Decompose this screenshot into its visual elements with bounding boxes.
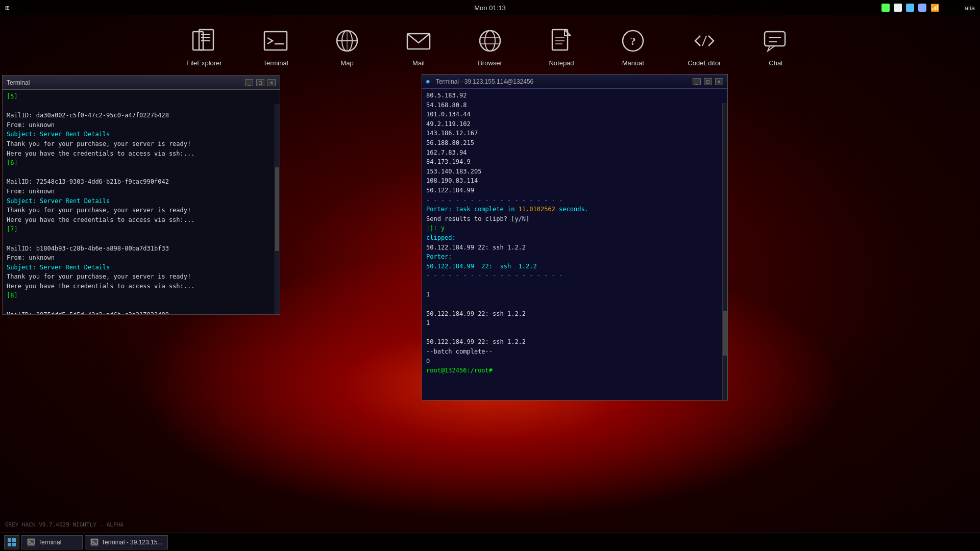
manual-icon: ? bbox=[618, 26, 648, 56]
fileexplorer-icon bbox=[189, 26, 219, 56]
browser-icon bbox=[475, 26, 505, 56]
terminal-label: Terminal bbox=[263, 59, 288, 67]
taskbar-item-terminal-right[interactable]: Terminal - 39.123.15... bbox=[85, 535, 168, 549]
notepad-label: Notepad bbox=[549, 59, 574, 67]
terminal-left-maximize[interactable]: □ bbox=[256, 79, 264, 86]
taskbar-terminal-left-icon bbox=[27, 538, 35, 546]
codeeditor-label: CodeEditor bbox=[688, 59, 721, 67]
terminal-right-maximize[interactable]: □ bbox=[704, 78, 712, 85]
terminal-icon bbox=[260, 26, 291, 56]
terminal-left-close[interactable]: ✕ bbox=[267, 79, 276, 86]
topbar-username: alia bbox=[965, 4, 975, 12]
svg-rect-1 bbox=[199, 30, 213, 50]
topbar-time: Mon 01:13 bbox=[474, 4, 505, 12]
mail-icon bbox=[403, 26, 434, 56]
svg-point-12 bbox=[480, 31, 500, 51]
browser-label: Browser bbox=[478, 59, 502, 67]
manual-label: Manual bbox=[622, 59, 644, 67]
codeeditor-icon bbox=[689, 26, 720, 56]
app-grid-icon[interactable]: ⊞ bbox=[5, 4, 9, 12]
status-icon-chat bbox=[918, 4, 926, 12]
svg-rect-5 bbox=[264, 32, 287, 50]
terminal-left-title: Terminal bbox=[7, 79, 242, 86]
svg-text:?: ? bbox=[630, 35, 636, 47]
svg-rect-16 bbox=[552, 30, 568, 50]
status-icon-1 bbox=[881, 4, 890, 12]
terminal-left-titlebar[interactable]: Terminal _ □ ✕ bbox=[3, 76, 280, 90]
desktop-icon-browser[interactable]: Browser bbox=[470, 26, 510, 67]
terminal-right-dot: ● bbox=[426, 78, 430, 85]
wifi-icon: 📶 bbox=[930, 4, 939, 12]
desktop-icon-fileexplorer[interactable]: FileExplorer bbox=[184, 26, 225, 67]
svg-rect-27 bbox=[765, 32, 785, 46]
version-label: GREY HACK V0.7.4029 NIGHTLY - ALPHA bbox=[5, 521, 124, 528]
desktop-icon-map[interactable]: Map bbox=[327, 26, 368, 67]
desktop-icon-mail[interactable]: Mail bbox=[398, 26, 439, 67]
terminal-window-left: Terminal _ □ ✕ [5] MailID: da30a002-c5f0… bbox=[2, 75, 280, 315]
fileexplorer-label: FileExplorer bbox=[186, 59, 222, 67]
chat-icon bbox=[761, 26, 791, 56]
notepad-icon bbox=[546, 26, 577, 56]
svg-rect-32 bbox=[8, 543, 11, 546]
terminal-right-titlebar[interactable]: ● Terminal - 39.123.155.114@132456 _ □ ✕ bbox=[422, 74, 727, 89]
terminal-right-title: Terminal - 39.123.155.114@132456 bbox=[436, 78, 690, 85]
svg-point-13 bbox=[485, 31, 495, 51]
svg-line-26 bbox=[702, 36, 706, 46]
taskbar-terminal-right-label: Terminal - 39.123.15... bbox=[102, 539, 162, 546]
status-icon-3 bbox=[906, 4, 914, 12]
map-icon bbox=[332, 26, 362, 56]
svg-rect-31 bbox=[12, 538, 16, 542]
desktop-icon-chat[interactable]: Chat bbox=[755, 26, 796, 67]
taskbar-terminal-left-label: Terminal bbox=[38, 539, 61, 546]
desktop-icon-manual[interactable]: ? Manual bbox=[612, 26, 653, 67]
map-label: Map bbox=[340, 59, 353, 67]
terminal-right-scrollbar[interactable] bbox=[722, 103, 727, 400]
terminal-left-content[interactable]: [5] MailID: da30a002-c5f0-47c2-95c0-a47f… bbox=[3, 90, 280, 314]
topbar: ⊞ Mon 01:13 📶 alia bbox=[0, 0, 980, 15]
desktop-icon-codeeditor[interactable]: CodeEditor bbox=[684, 26, 725, 67]
topbar-status-icons: 📶 bbox=[881, 4, 939, 12]
terminal-right-minimize[interactable]: _ bbox=[693, 78, 701, 85]
taskbar-terminal-right-icon bbox=[90, 538, 99, 546]
svg-rect-33 bbox=[12, 543, 16, 546]
chat-label: Chat bbox=[769, 59, 782, 67]
terminal-left-minimize[interactable]: _ bbox=[245, 79, 253, 86]
taskbar-start-button[interactable] bbox=[4, 535, 19, 549]
terminal-window-right: ● Terminal - 39.123.155.114@132456 _ □ ✕… bbox=[422, 74, 728, 400]
taskbar: Terminal Terminal - 39.123.15... bbox=[0, 533, 980, 551]
desktop-icon-notepad[interactable]: Notepad bbox=[541, 26, 582, 67]
terminal-right-content[interactable]: 80.5.183.92 54.168.80.8 101.0.134.44 49.… bbox=[422, 89, 727, 400]
desktop-icons-row: FileExplorer Terminal Map bbox=[0, 20, 980, 72]
svg-rect-30 bbox=[8, 538, 11, 542]
terminal-left-scrollbar[interactable] bbox=[275, 104, 280, 314]
terminal-right-close[interactable]: ✕ bbox=[715, 78, 723, 85]
mail-label: Mail bbox=[412, 59, 425, 67]
desktop-icon-terminal[interactable]: Terminal bbox=[255, 26, 296, 67]
status-icon-2 bbox=[894, 4, 902, 12]
taskbar-item-terminal-left[interactable]: Terminal bbox=[21, 535, 83, 549]
